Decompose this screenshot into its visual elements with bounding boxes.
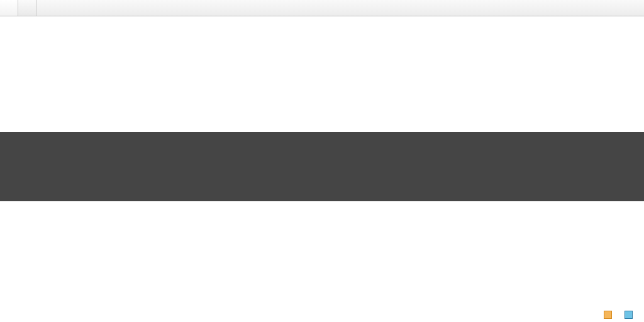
legend-heap-size [604, 310, 614, 319]
chart-legend [604, 310, 635, 319]
title-overlay [0, 132, 644, 201]
tab-metaspace[interactable] [18, 0, 36, 16]
heap-stats [0, 16, 644, 29]
tab-bar [0, 0, 644, 16]
swatch-heap-icon [604, 311, 612, 319]
close-icon[interactable] [634, 0, 644, 16]
swatch-used-icon [625, 311, 633, 319]
legend-used-heap [625, 310, 635, 319]
tab-heap[interactable] [0, 0, 18, 16]
